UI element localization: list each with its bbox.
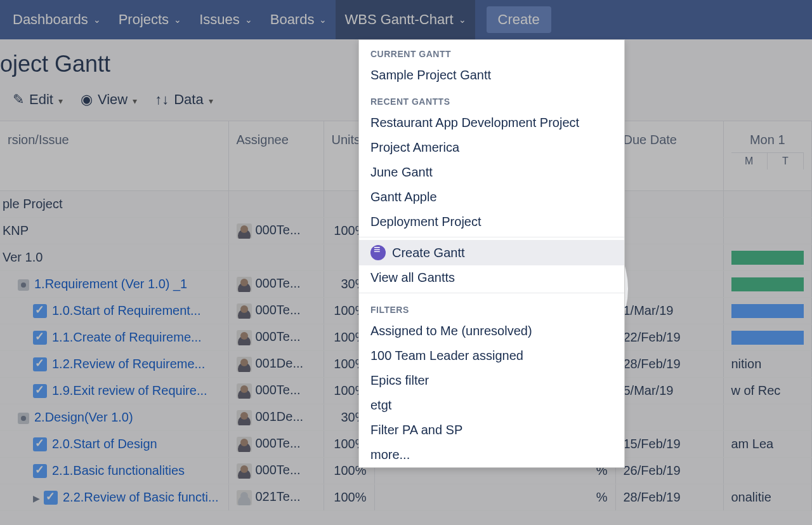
nav-issues[interactable]: Issues⌄ bbox=[190, 0, 261, 39]
avatar bbox=[237, 463, 252, 479]
task-label[interactable]: 1.1.Create of Requireme... bbox=[33, 330, 202, 344]
dropdown-create-gantt[interactable]: Create Gantt bbox=[359, 240, 624, 265]
dropdown-filter-more[interactable]: more... bbox=[359, 442, 624, 467]
task-label[interactable]: KNP bbox=[3, 223, 29, 237]
chevron-down-icon: ⌄ bbox=[174, 15, 181, 25]
data-menu[interactable]: Data bbox=[155, 91, 213, 108]
col-task[interactable]: rsion/Issue bbox=[0, 121, 228, 191]
gantt-bar[interactable] bbox=[731, 304, 804, 318]
assignee-cell[interactable]: 000Te... bbox=[228, 271, 324, 298]
due-cell bbox=[615, 218, 723, 244]
timeline-cell[interactable] bbox=[723, 244, 812, 271]
avatar bbox=[237, 330, 252, 345]
assignee-cell[interactable]: 000Te... bbox=[228, 378, 324, 404]
gantt-bar-label: onalitie bbox=[731, 490, 771, 504]
dropdown-recent-item[interactable]: Deployment Project bbox=[359, 209, 624, 234]
task-label[interactable]: 1.2.Review of Requireme... bbox=[33, 357, 205, 371]
task-label[interactable]: 2.0.Start of Design bbox=[33, 437, 157, 451]
dropdown-recent-item[interactable]: Project America bbox=[359, 135, 624, 160]
gantt-bar[interactable] bbox=[731, 251, 804, 265]
task-label[interactable]: 1.9.Exit review of Require... bbox=[33, 383, 207, 397]
view-menu[interactable]: View bbox=[81, 91, 137, 108]
checkbox-icon bbox=[33, 464, 47, 478]
col-assignee[interactable]: Assignee bbox=[228, 121, 324, 191]
dropdown-filter-item[interactable]: etgt bbox=[359, 393, 624, 418]
timeline-cell[interactable] bbox=[723, 458, 812, 484]
chevron-down-icon: ⌄ bbox=[319, 15, 327, 25]
top-navigation: Dashboards⌄ Projects⌄ Issues⌄ Boards⌄ WB… bbox=[0, 0, 812, 39]
edit-menu[interactable]: Edit bbox=[13, 91, 63, 108]
task-label[interactable]: Ver 1.0 bbox=[3, 250, 43, 264]
timeline-cell[interactable]: w of Rec bbox=[723, 378, 812, 404]
assignee-cell[interactable]: 000Te... bbox=[228, 218, 324, 244]
task-label[interactable]: 2.Design(Ver 1.0) bbox=[18, 410, 133, 424]
units-cell: 100% bbox=[324, 484, 374, 511]
expand-icon[interactable]: ▶ bbox=[33, 493, 40, 503]
dropdown-recent-item[interactable]: June Gantt bbox=[359, 160, 624, 185]
task-label[interactable]: ▶2.2.Review of Basic functi... bbox=[33, 490, 219, 504]
task-label[interactable]: 1.Requirement (Ver 1.0) _1 bbox=[18, 277, 187, 291]
assignee-cell[interactable]: 000Te... bbox=[228, 458, 324, 484]
dropdown-filter-item[interactable]: Assigned to Me (unresolved) bbox=[359, 319, 624, 343]
timeline-cell[interactable]: nition bbox=[723, 351, 812, 378]
assignee-cell[interactable]: 001De... bbox=[228, 351, 324, 378]
dropdown-view-all[interactable]: View all Gantts bbox=[359, 265, 624, 290]
col-due[interactable]: Due Date bbox=[615, 121, 723, 191]
timeline-cell[interactable] bbox=[723, 324, 812, 351]
wbs-gantt-dropdown: CURRENT GANTT Sample Project Gantt RECEN… bbox=[358, 39, 625, 468]
checkbox-icon bbox=[44, 491, 58, 505]
due-cell: 15/Feb/19 bbox=[615, 431, 723, 458]
due-cell bbox=[615, 191, 723, 218]
avatar bbox=[237, 277, 252, 292]
assignee-cell[interactable] bbox=[228, 191, 324, 218]
avatar bbox=[237, 223, 252, 239]
timeline-cell[interactable] bbox=[723, 191, 812, 218]
timeline-cell[interactable] bbox=[723, 271, 812, 298]
timeline-cell[interactable] bbox=[723, 298, 812, 324]
nav-wbs-gantt[interactable]: WBS Gantt-Chart⌄ bbox=[336, 0, 475, 39]
avatar bbox=[237, 383, 252, 399]
nav-projects[interactable]: Projects⌄ bbox=[110, 0, 190, 39]
nav-boards[interactable]: Boards⌄ bbox=[261, 0, 336, 39]
task-label[interactable]: 2.1.Basic functionalities bbox=[33, 463, 185, 477]
nav-dashboards[interactable]: Dashboards⌄ bbox=[4, 0, 110, 39]
checkbox-icon bbox=[33, 384, 47, 398]
due-cell: 1/Mar/19 bbox=[615, 298, 723, 324]
gantt-bar-label: w of Rec bbox=[731, 383, 781, 397]
due-cell: 28/Feb/19 bbox=[615, 484, 723, 511]
dropdown-filter-item[interactable]: Filter PA and SP bbox=[359, 418, 624, 442]
timeline-cell[interactable]: onalitie bbox=[723, 484, 812, 511]
dropdown-section-recent: RECENT GANTTS bbox=[359, 88, 624, 110]
sort-icon bbox=[155, 91, 169, 108]
assignee-cell[interactable]: 000Te... bbox=[228, 324, 324, 351]
due-cell: 28/Feb/19 bbox=[615, 351, 723, 378]
timeline-cell[interactable]: am Lea bbox=[723, 431, 812, 458]
timeline-cell[interactable] bbox=[723, 404, 812, 431]
dropdown-current-gantt[interactable]: Sample Project Gantt bbox=[359, 63, 624, 88]
col-timeline: Mon 1 MT bbox=[723, 121, 812, 191]
avatar bbox=[237, 357, 252, 372]
checkbox-icon bbox=[33, 304, 47, 318]
pencil-icon bbox=[13, 91, 24, 108]
task-label[interactable]: ple Project bbox=[3, 197, 63, 211]
dropdown-recent-item[interactable]: Restaurant App Development Project bbox=[359, 110, 624, 135]
task-label[interactable]: 1.0.Start of Requirement... bbox=[33, 303, 201, 317]
due-cell: 22/Feb/19 bbox=[615, 324, 723, 351]
dropdown-filter-item[interactable]: 100 Team Leader assigned bbox=[359, 343, 624, 368]
assignee-cell[interactable]: 000Te... bbox=[228, 298, 324, 324]
eye-icon bbox=[81, 91, 93, 108]
dropdown-filter-item[interactable]: Epics filter bbox=[359, 368, 624, 393]
dropdown-recent-item[interactable]: Gantt Apple bbox=[359, 185, 624, 209]
assignee-cell[interactable]: 001De... bbox=[228, 404, 324, 431]
assignee-cell[interactable]: 021Te... bbox=[228, 484, 324, 511]
assignee-cell[interactable]: 000Te... bbox=[228, 431, 324, 458]
assignee-cell[interactable] bbox=[228, 244, 324, 271]
timeline-cell[interactable] bbox=[723, 218, 812, 244]
avatar bbox=[237, 410, 252, 425]
gantt-bar[interactable] bbox=[731, 331, 804, 345]
chevron-down-icon: ⌄ bbox=[93, 15, 101, 25]
gantt-bar[interactable] bbox=[731, 277, 804, 291]
due-cell bbox=[615, 271, 723, 298]
table-row[interactable]: ▶2.2.Review of Basic functi...021Te...10… bbox=[0, 484, 812, 511]
create-button[interactable]: Create bbox=[487, 6, 551, 33]
